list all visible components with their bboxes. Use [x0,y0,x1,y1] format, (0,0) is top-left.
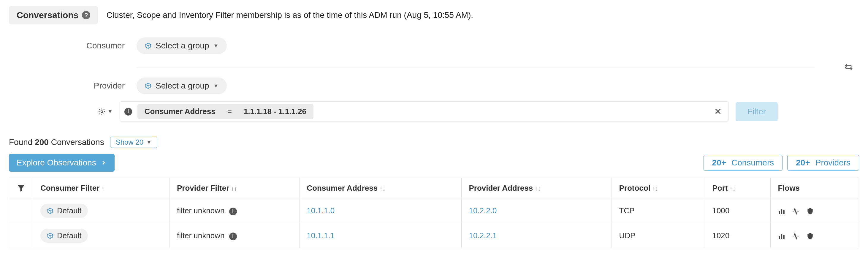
cube-icon [145,83,151,89]
sort-icon: ↑↓ [379,185,385,192]
chevron-down-icon: ▼ [146,139,152,146]
filter-chip-op: = [227,107,232,116]
provider-filter-text: filter unknown [177,206,224,215]
col-consumer-filter[interactable]: Consumer Filter↑ [33,178,170,198]
consumer-address-link[interactable]: 10.1.1.1 [307,231,335,240]
consumer-filter-pill[interactable]: Default [40,229,88,243]
svg-rect-2 [781,209,782,214]
provider-group-select[interactable]: Select a group ▼ [136,78,227,94]
bar-chart-icon[interactable] [778,206,785,215]
table-row[interactable]: Default filter unknown i 10.1.1.0 10.2.2… [9,198,859,223]
sort-icon: ↑↓ [730,185,735,192]
activity-icon[interactable] [792,206,800,215]
col-protocol[interactable]: Protocol↑↓ [612,178,705,198]
chevron-right-icon [100,159,107,166]
settings-dropdown[interactable]: ▼ [98,108,113,116]
consumer-group-label: Select a group [156,41,209,51]
filter-icon[interactable] [16,183,26,193]
chevron-down-icon: ▼ [213,43,219,49]
conversations-table: Consumer Filter↑ Provider Filter↑↓ Consu… [9,178,859,248]
providers-summary-button[interactable]: 20+ Providers [787,155,859,171]
shield-icon[interactable] [806,231,814,240]
svg-rect-4 [779,236,780,239]
cube-icon [145,42,151,49]
filter-chip[interactable]: Consumer Address = 1.1.1.18 - 1.1.1.26 [137,104,313,119]
filter-chip-field: Consumer Address [145,107,216,116]
conversations-tab[interactable]: Conversations ? [9,6,98,24]
protocol-text: UDP [619,231,635,240]
filter-input[interactable]: i Consumer Address = 1.1.1.18 - 1.1.1.26… [120,101,728,122]
consumer-filter-pill[interactable]: Default [40,204,88,218]
col-port[interactable]: Port↑↓ [705,178,771,198]
provider-address-link[interactable]: 10.2.2.1 [469,231,497,240]
consumers-summary-button[interactable]: 20+ Consumers [704,155,783,171]
provider-address-link[interactable]: 10.2.2.0 [469,206,497,215]
explore-observations-button[interactable]: Explore Observations [9,154,115,172]
svg-point-0 [101,111,103,113]
filter-chip-value: 1.1.1.18 - 1.1.1.26 [244,107,306,116]
provider-filter-text: filter unknown [177,231,224,240]
sort-icon: ↑↓ [231,185,237,192]
svg-rect-6 [783,235,784,239]
col-provider-address[interactable]: Provider Address↑↓ [462,178,612,198]
header-description: Cluster, Scope and Inventory Filter memb… [106,10,473,20]
filter-button[interactable]: Filter [736,102,778,121]
results-count-text: Found 200 Conversations [9,137,104,147]
info-icon[interactable]: i [229,208,237,215]
swap-icon[interactable] [844,62,853,71]
svg-rect-5 [781,234,782,239]
activity-icon[interactable] [792,231,800,240]
svg-rect-3 [783,210,784,214]
provider-group-label: Select a group [156,81,209,91]
col-consumer-address[interactable]: Consumer Address↑↓ [300,178,462,198]
clear-filter-icon[interactable]: ✕ [712,106,724,117]
port-text: 1020 [712,231,730,240]
sort-icon: ↑↓ [652,185,658,192]
bar-chart-icon[interactable] [778,231,785,240]
chevron-down-icon: ▼ [213,83,219,89]
cube-icon [47,208,54,214]
table-row[interactable]: Default filter unknown i 10.1.1.1 10.2.2… [9,223,859,248]
consumer-group-select[interactable]: Select a group ▼ [136,37,227,54]
consumer-address-link[interactable]: 10.1.1.0 [307,206,335,215]
sort-icon: ↑↓ [535,185,540,192]
cube-icon [47,233,54,239]
info-icon[interactable]: i [229,233,237,240]
show-count-select[interactable]: Show 20 ▼ [110,136,157,148]
conversations-tab-label: Conversations [17,10,79,20]
col-flows: Flows [771,178,859,198]
col-provider-filter[interactable]: Provider Filter↑↓ [170,178,300,198]
sort-asc-icon: ↑ [101,185,104,192]
protocol-text: TCP [619,206,634,215]
provider-label: Provider [77,81,125,91]
info-icon[interactable]: i [124,108,132,116]
help-icon[interactable]: ? [82,11,90,19]
port-text: 1000 [712,206,730,215]
svg-rect-1 [779,211,780,214]
consumer-label: Consumer [77,41,125,51]
shield-icon[interactable] [806,206,814,215]
